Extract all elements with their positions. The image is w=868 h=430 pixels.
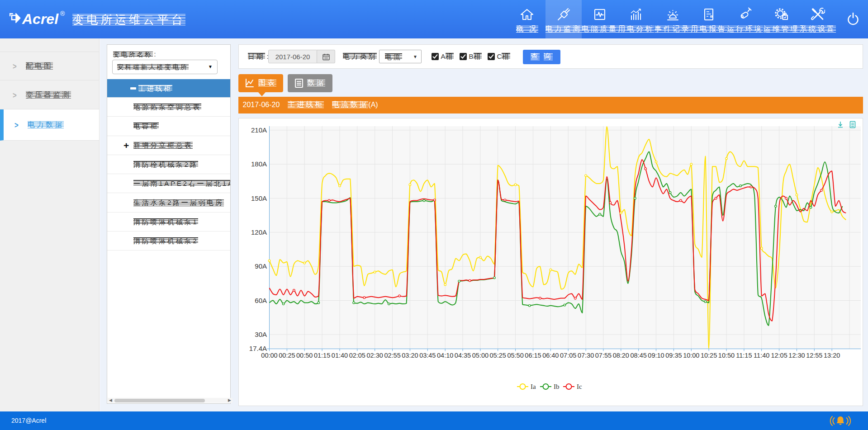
svg-text:02:55: 02:55 [384,352,400,359]
svg-text:07:30: 07:30 [578,352,594,359]
svg-text:Ic: Ic [577,383,582,390]
svg-text:10:50: 10:50 [718,352,735,359]
svg-text:05:25: 05:25 [490,352,506,359]
svg-text:02:05: 02:05 [349,352,365,359]
svg-text:01:40: 01:40 [332,352,348,359]
svg-text:06:15: 06:15 [525,352,541,359]
svg-text:Ib: Ib [554,383,560,390]
svg-text:10:25: 10:25 [701,352,717,359]
svg-text:06:40: 06:40 [542,352,559,359]
svg-text:90A: 90A [255,262,267,270]
svg-text:08:20: 08:20 [613,352,629,359]
svg-text:03:45: 03:45 [419,352,436,359]
svg-text:30A: 30A [255,331,267,338]
svg-text:05:50: 05:50 [507,352,523,359]
svg-text:150A: 150A [251,194,267,202]
svg-text:Ia: Ia [531,383,536,390]
svg-text:10:00: 10:00 [683,352,699,359]
svg-text:04:35: 04:35 [455,352,471,359]
svg-text:01:15: 01:15 [314,352,330,359]
svg-text:210A: 210A [251,126,267,134]
svg-text:09:35: 09:35 [665,352,682,359]
svg-text:07:05: 07:05 [560,352,576,359]
svg-text:08:45: 08:45 [631,352,647,359]
svg-text:12:55: 12:55 [806,352,822,359]
svg-text:180A: 180A [251,160,267,168]
svg-text:11:15: 11:15 [736,352,752,359]
svg-text:04:10: 04:10 [437,352,453,359]
svg-text:00:25: 00:25 [279,352,295,359]
svg-text:11:40: 11:40 [754,352,769,359]
svg-text:09:10: 09:10 [648,352,664,359]
svg-text:00:00: 00:00 [261,352,277,359]
svg-text:120A: 120A [251,228,267,236]
svg-text:13:20: 13:20 [824,352,840,359]
svg-text:17.4A: 17.4A [249,345,267,352]
svg-text:07:55: 07:55 [595,352,612,359]
svg-text:00:50: 00:50 [296,352,313,359]
svg-text:12:30: 12:30 [788,352,805,359]
svg-text:03:20: 03:20 [402,352,418,359]
svg-text:60A: 60A [255,297,267,304]
svg-text:02:30: 02:30 [367,352,383,359]
svg-text:12:05: 12:05 [771,352,787,359]
svg-text:05:00: 05:00 [472,352,489,359]
